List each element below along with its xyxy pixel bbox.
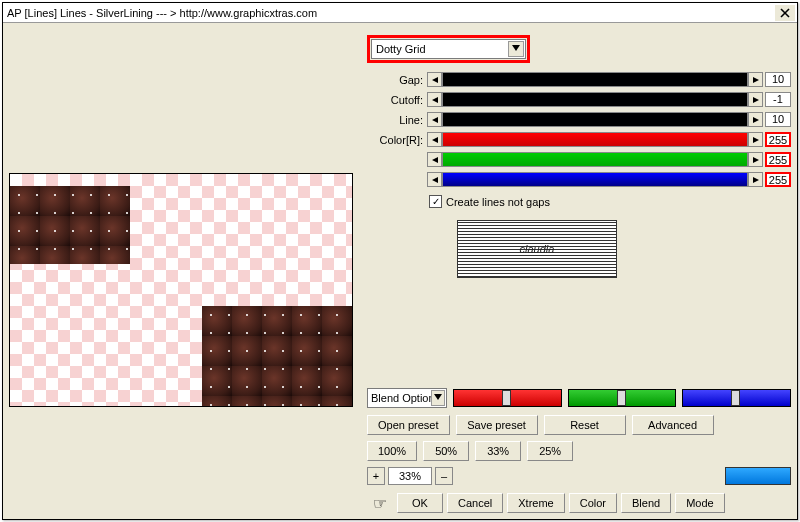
colorG-value[interactable]: 255 bbox=[765, 152, 791, 167]
zoom-50-button[interactable]: 50% bbox=[423, 441, 469, 461]
colorG-slider[interactable] bbox=[442, 152, 748, 167]
dropdown-arrow-icon bbox=[508, 41, 524, 57]
blend-dropdown[interactable]: Blend Options bbox=[367, 388, 447, 408]
colorB-dec[interactable] bbox=[427, 172, 442, 187]
create-lines-checkbox[interactable]: ✓ bbox=[429, 195, 442, 208]
preview-layer-bottom bbox=[202, 306, 352, 406]
ok-button[interactable]: OK bbox=[397, 493, 443, 513]
slider-thumb[interactable] bbox=[617, 390, 626, 406]
create-lines-label: Create lines not gaps bbox=[446, 196, 550, 208]
colorR-inc[interactable] bbox=[748, 132, 763, 147]
open-preset-button[interactable]: Open preset bbox=[367, 415, 450, 435]
advanced-button[interactable]: Advanced bbox=[632, 415, 714, 435]
colorG-dec[interactable] bbox=[427, 152, 442, 167]
blend-slider-g[interactable] bbox=[568, 389, 677, 407]
colorR-slider[interactable] bbox=[442, 132, 748, 147]
svg-marker-13 bbox=[432, 177, 438, 183]
cutoff-value[interactable]: -1 bbox=[765, 92, 791, 107]
line-dec[interactable] bbox=[427, 112, 442, 127]
colorR-label: Color[R]: bbox=[367, 134, 427, 146]
slider-thumb[interactable] bbox=[502, 390, 511, 406]
blend-slider-r[interactable] bbox=[453, 389, 562, 407]
right-pane: Dotty Grid Gap: 10 Cutoff: -1 bbox=[367, 29, 791, 513]
titlebar: AP [Lines] Lines - SilverLining --- > ht… bbox=[3, 3, 797, 23]
close-button[interactable] bbox=[775, 5, 795, 21]
colorG-inc[interactable] bbox=[748, 152, 763, 167]
cutoff-dec[interactable] bbox=[427, 92, 442, 107]
svg-marker-14 bbox=[753, 177, 759, 183]
svg-marker-5 bbox=[432, 97, 438, 103]
blend-slider-b[interactable] bbox=[682, 389, 791, 407]
svg-marker-10 bbox=[753, 137, 759, 143]
cutoff-label: Cutoff: bbox=[367, 94, 427, 106]
blend-button[interactable]: Blend bbox=[621, 493, 671, 513]
zoom-in-button[interactable]: + bbox=[367, 467, 385, 485]
dotty-overlay bbox=[10, 186, 130, 264]
svg-marker-2 bbox=[512, 45, 520, 51]
zoom-out-button[interactable]: – bbox=[435, 467, 453, 485]
left-pane bbox=[9, 29, 359, 513]
preview-layer-top bbox=[10, 186, 130, 264]
mode-button[interactable]: Mode bbox=[675, 493, 725, 513]
window-title: AP [Lines] Lines - SilverLining --- > ht… bbox=[5, 7, 775, 19]
line-value[interactable]: 10 bbox=[765, 112, 791, 127]
slider-thumb[interactable] bbox=[731, 390, 740, 406]
zoom-33-button[interactable]: 33% bbox=[475, 441, 521, 461]
cutoff-slider[interactable] bbox=[442, 92, 748, 107]
preset-value: Dotty Grid bbox=[376, 43, 426, 55]
save-preset-button[interactable]: Save preset bbox=[456, 415, 538, 435]
preset-dropdown[interactable]: Dotty Grid bbox=[371, 39, 526, 59]
dotty-overlay bbox=[202, 306, 352, 406]
reset-button[interactable]: Reset bbox=[544, 415, 626, 435]
svg-marker-9 bbox=[432, 137, 438, 143]
zoom-value[interactable]: 33% bbox=[388, 467, 432, 485]
gap-dec[interactable] bbox=[427, 72, 442, 87]
preview-canvas bbox=[9, 173, 353, 407]
colorB-value[interactable]: 255 bbox=[765, 172, 791, 187]
line-label: Line: bbox=[367, 114, 427, 126]
close-icon bbox=[779, 7, 791, 19]
cancel-button[interactable]: Cancel bbox=[447, 493, 503, 513]
svg-marker-15 bbox=[434, 394, 442, 400]
logo-badge: claudia bbox=[457, 220, 617, 278]
colorB-inc[interactable] bbox=[748, 172, 763, 187]
cutoff-inc[interactable] bbox=[748, 92, 763, 107]
xtreme-button[interactable]: Xtreme bbox=[507, 493, 564, 513]
zoom-100-button[interactable]: 100% bbox=[367, 441, 417, 461]
gap-inc[interactable] bbox=[748, 72, 763, 87]
svg-marker-4 bbox=[753, 77, 759, 83]
dialog-window: AP [Lines] Lines - SilverLining --- > ht… bbox=[2, 2, 798, 520]
logo-text: claudia bbox=[520, 243, 555, 255]
gap-label: Gap: bbox=[367, 74, 427, 86]
colorR-value[interactable]: 255 bbox=[765, 132, 791, 147]
content-area: Dotty Grid Gap: 10 Cutoff: -1 bbox=[3, 23, 797, 519]
svg-marker-6 bbox=[753, 97, 759, 103]
zoom-25-button[interactable]: 25% bbox=[527, 441, 573, 461]
line-inc[interactable] bbox=[748, 112, 763, 127]
blend-label: Blend Options bbox=[371, 392, 440, 404]
color-button[interactable]: Color bbox=[569, 493, 617, 513]
svg-marker-3 bbox=[432, 77, 438, 83]
svg-marker-11 bbox=[432, 157, 438, 163]
dropdown-arrow-icon bbox=[431, 390, 445, 406]
gap-value[interactable]: 10 bbox=[765, 72, 791, 87]
colorB-slider[interactable] bbox=[442, 172, 748, 187]
svg-marker-8 bbox=[753, 117, 759, 123]
svg-marker-7 bbox=[432, 117, 438, 123]
pointer-icon: ☞ bbox=[367, 494, 393, 513]
svg-marker-12 bbox=[753, 157, 759, 163]
gap-slider[interactable] bbox=[442, 72, 748, 87]
colorR-dec[interactable] bbox=[427, 132, 442, 147]
line-slider[interactable] bbox=[442, 112, 748, 127]
color-swatch[interactable] bbox=[725, 467, 791, 485]
